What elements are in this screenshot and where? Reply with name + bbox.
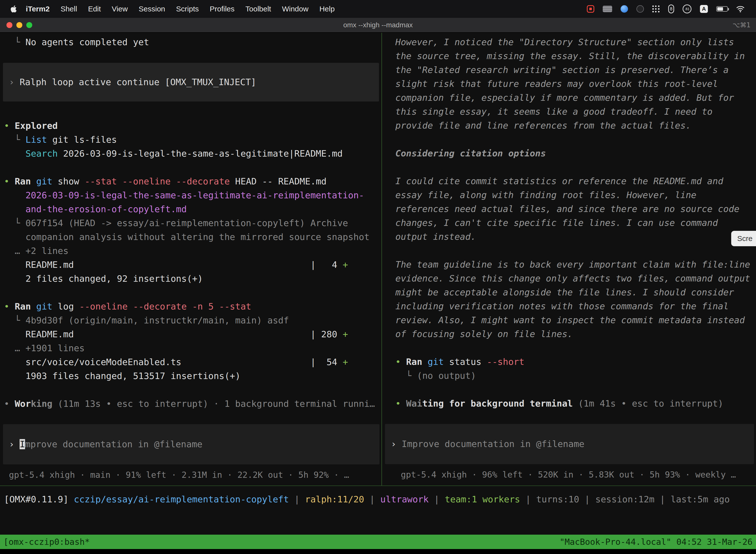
menu-item-profiles[interactable]: Profiles: [204, 5, 240, 13]
terminal-line: the source tree, missing the essay. Stil…: [382, 49, 756, 63]
terminal-line: └ (no output): [382, 369, 756, 383]
menu-item-session[interactable]: Session: [133, 5, 171, 13]
terminal-line: [0, 286, 381, 299]
left-prompt-input[interactable]: › Improve documentation in @filename: [3, 424, 379, 464]
terminal-area: └ No agents completed yet › Ralph loop a…: [0, 33, 756, 535]
keyboard-icon[interactable]: [603, 6, 612, 12]
terminal-line: 2 files changed, 92 insertions(+): [0, 272, 381, 286]
terminal-line: the "Related research writing" section i…: [382, 63, 756, 77]
apple-menu-icon[interactable]: [10, 5, 17, 13]
blue-app-icon[interactable]: [621, 5, 628, 13]
right-model-statusline: gpt-5.4 xhigh · 96% left · 520K in · 5.8…: [382, 467, 756, 482]
menu-item-toolbelt[interactable]: Toolbelt: [240, 5, 276, 13]
terminal-line: review. Also, I might want to inspect th…: [382, 313, 756, 327]
menu-item-window[interactable]: Window: [276, 5, 314, 13]
terminal-line: 1903 files changed, 513517 insertions(+): [0, 369, 381, 383]
omx-status-bar: [OMX#0.11.9] cczip/essay/ai-reimplementa…: [0, 486, 756, 506]
terminal-line: [0, 383, 381, 397]
terminal-line: … +2 lines: [0, 244, 381, 258]
terminal-line: of focusing solely on file lines.: [382, 327, 756, 341]
terminal-line: [382, 244, 756, 258]
left-model-statusline: gpt-5.4 xhigh · main · 91% left · 2.31M …: [0, 468, 381, 482]
terminal-line: • Ran git status --short: [382, 355, 756, 369]
menu-item-shell[interactable]: Shell: [55, 5, 82, 13]
terminal-line: └ 067f154 (HEAD -> essay/ai-reimplementa…: [0, 216, 381, 230]
window-titlebar: omx --xhigh --madmax ⌥⌘1: [0, 18, 756, 33]
left-pane-pre-lines: └ No agents completed yet: [0, 33, 381, 49]
right-prompt-input[interactable]: › Improve documentation in @filename: [385, 424, 754, 464]
terminal-line: • Waiting for background terminal (1m 41…: [382, 397, 756, 410]
right-pane-lines: However, I noticed the "Directory Struct…: [382, 33, 756, 410]
scre-tooltip[interactable]: Scre: [731, 231, 756, 246]
battery-icon[interactable]: [716, 6, 728, 12]
battery-percent-icon[interactable]: .61: [683, 4, 692, 13]
terminal-line: • Explored: [0, 119, 381, 133]
terminal-line: Considering citation options: [382, 147, 756, 160]
terminal-line: [382, 160, 756, 174]
right-prompt-text: › Improve documentation in @filename: [391, 437, 748, 451]
terminal-line: [382, 383, 756, 397]
terminal-line: evidence. Since this change only affects…: [382, 272, 756, 285]
terminal-line: src/voice/voiceModeEnabled.ts | 54 +: [0, 355, 381, 369]
window-title: omx --xhigh --madmax: [0, 21, 756, 29]
left-pane-lines: • Explored └ List git ls-files Search 20…: [0, 116, 381, 411]
terminal-line: … +1901 lines: [0, 341, 381, 355]
window-shortcut: ⌥⌘1: [733, 21, 756, 29]
terminal-line: • Ran git show --stat --oneline --decora…: [0, 174, 381, 188]
terminal-line: However, I noticed the "Directory Struct…: [382, 35, 756, 49]
tmux-status-bar: [omx-cczip0:bash* "MacBook-Pro-44.local"…: [0, 535, 756, 549]
wifi-icon[interactable]: [736, 5, 745, 12]
terminal-line: README.md | 4 +: [0, 258, 381, 272]
terminal-line: this single essay, it seems like a good …: [382, 105, 756, 119]
terminal-line: [0, 161, 381, 174]
screen-recording-icon[interactable]: [587, 5, 594, 13]
terminal-line: └ No agents completed yet: [0, 35, 381, 49]
tmux-panes: └ No agents completed yet › Ralph loop a…: [0, 33, 756, 486]
left-pane[interactable]: └ No agents completed yet › Ralph loop a…: [0, 33, 381, 486]
ralph-inject-box: › Ralph loop active continue [OMX_TMUX_I…: [3, 63, 379, 102]
tmux-host-clock-label: "MacBook-Pro-44.local" 04:52 31-Mar-26: [560, 537, 753, 547]
menubar: iTerm2 ShellEditViewSessionScriptsProfil…: [0, 0, 756, 18]
terminal-line: • Ran git log --oneline --decorate -n 5 …: [0, 299, 381, 314]
left-prompt-text: › Improve documentation in @filename: [9, 437, 374, 451]
menu-item-scripts[interactable]: Scripts: [171, 5, 204, 13]
menu-item-view[interactable]: View: [107, 5, 133, 13]
zoom-button[interactable]: [26, 22, 32, 28]
terminal-line: I could cite commit statistics or refere…: [382, 174, 756, 188]
menu-item-edit[interactable]: Edit: [82, 5, 107, 13]
terminal-line: output instead.: [382, 230, 756, 244]
terminal-line: might be acceptable alongside the file l…: [382, 285, 756, 299]
terminal-line: The team guideline is to back every impo…: [382, 258, 756, 272]
menu-item-help[interactable]: Help: [314, 5, 340, 13]
right-pane[interactable]: However, I noticed the "Directory Struct…: [382, 33, 756, 486]
traffic-lights: [0, 22, 32, 28]
terminal-line: README.md | 280 +: [0, 327, 381, 341]
terminal-line: references need actual files, and since …: [382, 202, 756, 216]
menu-item-iterm2[interactable]: iTerm2: [20, 5, 55, 13]
terminal-line: companion analysis without altering the …: [0, 230, 381, 244]
terminal-line: changes, I can't cite specific file line…: [382, 216, 756, 230]
close-button[interactable]: [6, 22, 12, 28]
terminal-line: and-the-erosion-of-copyleft.md: [0, 202, 381, 216]
app-grid-icon[interactable]: [652, 5, 660, 13]
terminal-line: • Working (11m 13s • esc to interrupt) ·…: [0, 397, 381, 411]
terminal-line: [382, 132, 756, 147]
terminal-line: └ 4b9d30f (origin/main, instructkr/main,…: [0, 314, 381, 327]
menubar-status-icons: 8 .61 A: [587, 4, 749, 13]
terminal-line: [382, 341, 756, 355]
terminal-line: including verification notes with those …: [382, 299, 756, 313]
minimize-button[interactable]: [16, 22, 22, 28]
terminal-line: slight risk that future readers may over…: [382, 77, 756, 91]
terminal-line: companion file, especially if more comme…: [382, 91, 756, 105]
input-source-icon[interactable]: A: [700, 5, 708, 13]
tmux-session-label: [omx-cczip0:bash*: [3, 537, 90, 547]
terminal-line: Search 2026-03-09-is-legal-the-same-as-l…: [0, 147, 381, 161]
menubar-menus: ShellEditViewSessionScriptsProfilesToolb…: [55, 5, 340, 13]
terminal-line: 2026-03-09-is-legal-the-same-as-legitima…: [0, 188, 381, 202]
ralph-inject-line: › Ralph loop active continue [OMX_TMUX_I…: [9, 75, 373, 89]
dark-app-icon[interactable]: [636, 5, 644, 13]
terminal-line: essay file, along with finding root file…: [382, 188, 756, 202]
pill-8-icon[interactable]: 8: [668, 4, 674, 13]
terminal-line: provide file and line references from th…: [382, 119, 756, 132]
terminal-line: └ List git ls-files: [0, 133, 381, 147]
